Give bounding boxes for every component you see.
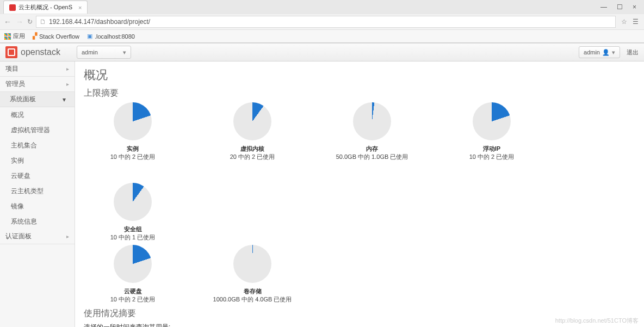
pie-chart (353, 102, 391, 140)
url-text: 192.168.44.147/dashboard/project/ (49, 18, 150, 26)
pie-title: 安全组 (84, 225, 182, 233)
browser-chrome: 云主机概况 - OpenS × — ☐ × ← → ↻ 🗋 192.168.44… (0, 0, 644, 43)
pie-sub: 10 中的 1 已使用 (84, 233, 182, 242)
sidebar-item-label: 项目 (5, 64, 18, 73)
sidebar-link[interactable]: 云硬盘 (0, 168, 75, 183)
close-icon[interactable]: × (633, 3, 636, 11)
sidebar-item-admin[interactable]: 管理员 ▸ (0, 77, 75, 92)
apps-label: 应用 (13, 32, 25, 40)
sidebar-link[interactable]: 虚拟机管理器 (0, 122, 75, 138)
pie-title: 浮动IP (443, 145, 541, 153)
pie-chart (233, 102, 271, 140)
quota-pie: 卷存储1000.0GB 中的 4.0GB 已使用 (203, 245, 301, 304)
chevron-down-icon: ▾ (123, 49, 126, 56)
quota-pie: 实例10 中的 2 已使用 (84, 102, 182, 161)
chevron-right-icon: ▸ (66, 66, 69, 72)
query-label: 选择的一段时间来查询其用量: (84, 323, 635, 327)
user-name: admin (584, 49, 600, 55)
favicon (9, 4, 16, 11)
project-select[interactable]: admin ▾ (77, 46, 131, 59)
user-menu[interactable]: admin 👤 ▾ (579, 46, 620, 58)
sidebar-link[interactable]: 主机集合 (0, 138, 75, 153)
maximize-icon[interactable]: ☐ (617, 3, 623, 11)
sidebar-item-label: 管理员 (5, 79, 25, 89)
localhost-icon: ▣ (87, 33, 92, 40)
pie-title: 虚拟内核 (203, 145, 301, 153)
localhost-label: .localhost:8080 (95, 33, 135, 40)
pie-chart (114, 245, 152, 283)
pie-sub: 50.0GB 中的 1.0GB 已使用 (323, 153, 421, 161)
brand-text: openstack (21, 47, 60, 57)
pie-sub: 20 中的 2 已使用 (203, 153, 301, 161)
forward-icon[interactable]: → (15, 17, 24, 26)
bookmark-stack[interactable]: ▞ Stack Overflow (33, 33, 79, 40)
window-controls: — ☐ × (593, 3, 644, 11)
logout-link[interactable]: 退出 (627, 48, 639, 57)
tab-title: 云主机概况 - OpenS (18, 3, 72, 11)
quota-pie: 浮动IP10 中的 2 已使用 (443, 102, 541, 161)
sidebar-item-project[interactable]: 项目 ▸ (0, 61, 75, 77)
chevron-down-icon: ▾ (63, 96, 66, 103)
pie-sub: 1000.0GB 中的 4.0GB 已使用 (203, 295, 301, 304)
apps-bookmark[interactable]: 应用 (4, 32, 25, 40)
tab-bar: 云主机概况 - OpenS × — ☐ × (0, 0, 644, 14)
quota-pie-row: 云硬盘10 中的 2 已使用卷存储1000.0GB 中的 4.0GB 已使用 (84, 245, 635, 304)
watermark: http://blog.csdn.net/51CTO博客 (555, 317, 639, 325)
sidebar-sub-system[interactable]: 系统面板 ▾ (0, 92, 75, 107)
brand-logo-icon (5, 46, 17, 58)
sidebar-item-label: 认证面板 (5, 232, 32, 241)
star-icon[interactable]: ☆ (621, 18, 627, 26)
person-icon: 👤 (602, 49, 610, 56)
quota-pie: 云硬盘10 中的 2 已使用 (84, 245, 182, 304)
page-title: 概况 (84, 67, 635, 83)
pie-title: 卷存储 (203, 287, 301, 295)
address-bar: ← → ↻ 🗋 192.168.44.147/dashboard/project… (0, 14, 644, 29)
browser-tab[interactable]: 云主机概况 - OpenS × (3, 1, 88, 14)
sidebar-link[interactable]: 系统信息 (0, 214, 75, 229)
bookmark-bar: 应用 ▞ Stack Overflow ▣ .localhost:8080 (0, 29, 644, 42)
back-icon[interactable]: ← (3, 17, 12, 26)
chevron-down-icon: ▾ (612, 49, 615, 56)
sidebar-link[interactable]: 概况 (0, 107, 75, 122)
pie-chart (114, 102, 152, 140)
stack-icon: ▞ (33, 33, 37, 40)
pie-chart (114, 183, 152, 221)
quota-pie: 内存50.0GB 中的 1.0GB 已使用 (323, 102, 421, 161)
reload-icon[interactable]: ↻ (27, 18, 33, 26)
pie-sub: 10 中的 2 已使用 (84, 153, 182, 161)
sidebar-link[interactable]: 实例 (0, 153, 75, 168)
apps-icon (4, 33, 11, 40)
pie-chart (233, 245, 271, 283)
sidebar: 项目 ▸ 管理员 ▸ 系统面板 ▾ 概况虚拟机管理器主机集合实例云硬盘云主机类型… (0, 61, 75, 327)
pie-sub: 10 中的 2 已使用 (84, 295, 182, 304)
sidebar-link[interactable]: 云主机类型 (0, 183, 75, 199)
sidebar-link[interactable]: 镜像 (0, 199, 75, 214)
user-icon[interactable]: ☰ (633, 18, 639, 26)
minimize-icon[interactable]: — (600, 3, 607, 11)
chevron-right-icon: ▸ (66, 233, 69, 239)
project-name: admin (82, 49, 98, 55)
pie-title: 内存 (323, 145, 421, 153)
chevron-right-icon: ▸ (66, 81, 69, 87)
bookmark-localhost[interactable]: ▣ .localhost:8080 (87, 33, 135, 40)
pie-sub: 10 中的 2 已使用 (443, 153, 541, 161)
sidebar-item-identity[interactable]: 认证面板 ▸ (0, 229, 75, 244)
quota-pie: 虚拟内核20 中的 2 已使用 (203, 102, 301, 161)
stack-label: Stack Overflow (39, 33, 79, 40)
pie-title: 云硬盘 (84, 287, 182, 295)
quota-pie-row: 实例10 中的 2 已使用虚拟内核20 中的 2 已使用内存50.0GB 中的 … (84, 102, 635, 242)
sidebar-item-label: 系统面板 (10, 95, 36, 104)
top-nav: openstack admin ▾ admin 👤 ▾ 退出 (0, 43, 644, 61)
pie-chart (473, 102, 511, 140)
brand[interactable]: openstack (5, 46, 60, 58)
page-icon: 🗋 (40, 18, 46, 26)
pie-title: 实例 (84, 145, 182, 153)
usage-summary-heading: 使用情况摘要 (84, 308, 635, 319)
limit-summary-heading: 上限摘要 (84, 88, 635, 99)
url-input[interactable]: 🗋 192.168.44.147/dashboard/project/ (36, 16, 616, 28)
main-content: 概况 上限摘要 实例10 中的 2 已使用虚拟内核20 中的 2 已使用内存50… (75, 61, 644, 327)
close-tab-icon[interactable]: × (78, 4, 82, 11)
quota-pie: 安全组10 中的 1 已使用 (84, 183, 182, 242)
